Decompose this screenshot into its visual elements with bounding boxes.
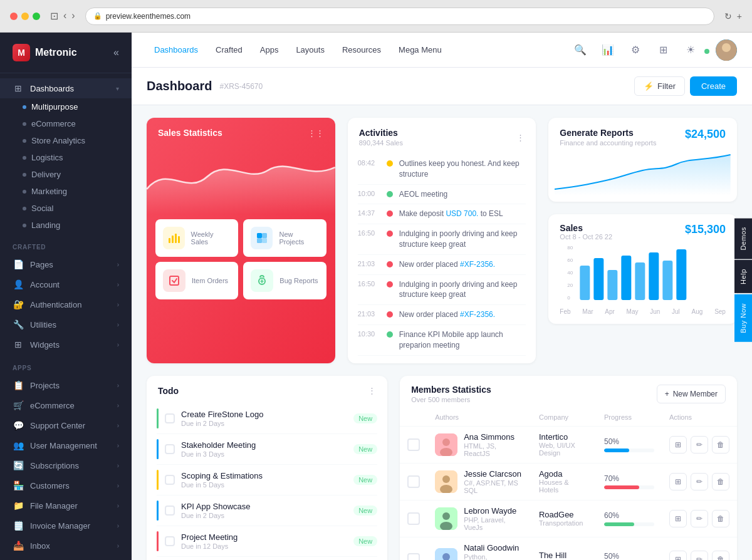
dot-maximize[interactable] bbox=[33, 13, 40, 20]
row-checkbox[interactable] bbox=[407, 438, 420, 451]
sidebar-item-invoice-manager[interactable]: 🗒️ Invoice Manager › bbox=[0, 516, 132, 536]
action-icons: ⊞ ✏ 🗑 bbox=[669, 473, 729, 490]
sidebar-item-dashboards[interactable]: ⊞ Dashboards ▾ bbox=[0, 78, 132, 98]
nav-link-mega-menu[interactable]: Mega Menu bbox=[391, 41, 449, 58]
sidebar-item-file-manager[interactable]: 📁 File Manager › bbox=[0, 495, 132, 516]
address-bar[interactable]: 🔒 preview.keenthemes.com bbox=[85, 8, 714, 25]
activity-time: 16:50 bbox=[358, 279, 380, 288]
sidebar-item-multipurpose[interactable]: Multipurpose bbox=[0, 98, 132, 115]
action-delete[interactable]: 🗑 bbox=[712, 436, 729, 454]
progress-bar-wrap bbox=[604, 485, 654, 489]
sales-card-menu-icon[interactable]: ⋮⋮ bbox=[308, 128, 324, 138]
progress-bar bbox=[604, 522, 634, 526]
todo-checkbox[interactable] bbox=[165, 413, 175, 423]
forward-button[interactable]: › bbox=[71, 10, 75, 22]
sidebar-collapse-button[interactable]: « bbox=[113, 47, 119, 58]
user-avatar[interactable] bbox=[716, 39, 737, 61]
chevron-right-icon: › bbox=[117, 402, 119, 409]
create-button[interactable]: Create bbox=[690, 76, 737, 96]
sidebar-item-ecommerce[interactable]: eCommerce bbox=[0, 115, 132, 132]
sidebar-item-projects[interactable]: 📋 Projects › bbox=[0, 375, 132, 395]
analytics-icon[interactable]: 📊 bbox=[598, 40, 618, 60]
action-view[interactable]: ⊞ bbox=[669, 473, 687, 490]
action-delete[interactable]: 🗑 bbox=[712, 551, 729, 560]
member-avatar bbox=[435, 470, 457, 493]
sidebar-item-apps-ecommerce[interactable]: 🛒 eCommerce › bbox=[0, 395, 132, 415]
browser-nav: ⊡ ‹ › bbox=[50, 10, 75, 22]
tab-switcher-icon[interactable]: ⊡ bbox=[50, 10, 58, 22]
demos-button[interactable]: Demos bbox=[734, 218, 752, 259]
settings-icon[interactable]: ⚙ bbox=[625, 40, 645, 60]
buy-now-button[interactable]: Buy Now bbox=[734, 294, 752, 342]
grid-view-icon[interactable]: ⊞ bbox=[653, 40, 673, 60]
label-may: May bbox=[627, 308, 639, 315]
sidebar-item-social[interactable]: Social bbox=[0, 200, 132, 217]
action-edit[interactable]: ✏ bbox=[691, 436, 708, 454]
activities-menu-icon[interactable]: ⋮ bbox=[516, 133, 525, 142]
dot-minimize[interactable] bbox=[21, 13, 29, 20]
svg-rect-22 bbox=[608, 270, 618, 300]
nav-link-resources[interactable]: Resources bbox=[335, 41, 389, 58]
activities-card: Activities 890,344 Sales ⋮ 08:42 Outline… bbox=[348, 118, 536, 363]
todo-checkbox[interactable] bbox=[165, 444, 175, 454]
pages-icon: 📄 bbox=[13, 259, 24, 269]
refresh-icon[interactable]: ↻ bbox=[724, 11, 732, 21]
action-delete[interactable]: 🗑 bbox=[712, 510, 729, 527]
nav-link-layouts[interactable]: Layouts bbox=[288, 41, 332, 58]
action-delete[interactable]: 🗑 bbox=[712, 473, 729, 490]
label-apr: Apr bbox=[605, 308, 615, 315]
back-button[interactable]: ‹ bbox=[63, 10, 66, 22]
todo-checkbox[interactable] bbox=[165, 506, 175, 516]
sidebar-item-chat[interactable]: 💭 Chat › bbox=[0, 556, 132, 560]
sidebar-item-account[interactable]: 👤 Account › bbox=[0, 274, 132, 294]
sidebar-item-store-analytics[interactable]: Store Analytics bbox=[0, 132, 132, 149]
sidebar-item-subscriptions[interactable]: 🔄 Subscriptions › bbox=[0, 455, 132, 475]
activity-link[interactable]: #XF-2356. bbox=[460, 310, 495, 319]
todo-item: Customers Update Due in 1 week New bbox=[157, 557, 377, 560]
action-edit[interactable]: ✏ bbox=[691, 510, 708, 527]
todo-header: Todo ⋮ bbox=[147, 376, 387, 403]
todo-checkbox[interactable] bbox=[165, 536, 175, 546]
action-view[interactable]: ⊞ bbox=[669, 510, 687, 527]
row-progress-cell: 50% bbox=[597, 426, 662, 463]
action-edit[interactable]: ✏ bbox=[691, 551, 708, 560]
theme-icon[interactable]: ☀ bbox=[681, 40, 701, 60]
sidebar-item-widgets[interactable]: ⊞ Widgets › bbox=[0, 334, 132, 355]
sidebar-item-customers[interactable]: 🏪 Customers › bbox=[0, 475, 132, 495]
action-edit[interactable]: ✏ bbox=[691, 473, 708, 490]
new-tab-icon[interactable]: + bbox=[737, 11, 742, 21]
todo-menu-icon[interactable]: ⋮ bbox=[368, 386, 376, 395]
sidebar-item-marketing[interactable]: Marketing bbox=[0, 183, 132, 200]
nav-link-apps[interactable]: Apps bbox=[253, 41, 286, 58]
sidebar-item-pages[interactable]: 📄 Pages › bbox=[0, 254, 132, 274]
activity-link[interactable]: USD 700. bbox=[446, 209, 478, 218]
action-view[interactable]: ⊞ bbox=[669, 551, 687, 560]
row-checkbox[interactable] bbox=[407, 553, 420, 560]
member-skills: C#, ASP.NET, MS SQL bbox=[464, 479, 524, 494]
new-member-button[interactable]: + New Member bbox=[657, 385, 726, 403]
label-sep: Sep bbox=[714, 308, 726, 315]
sidebar-item-authentication[interactable]: 🔐 Authentication › bbox=[0, 294, 132, 314]
sidebar-item-delivery[interactable]: Delivery bbox=[0, 166, 132, 183]
help-button[interactable]: Help bbox=[734, 261, 752, 294]
nav-link-crafted[interactable]: Crafted bbox=[208, 41, 250, 58]
sidebar-item-inbox[interactable]: 📥 Inbox › bbox=[0, 536, 132, 556]
row-checkbox[interactable] bbox=[407, 512, 420, 525]
nav-link-dashboards[interactable]: Dashboards bbox=[147, 41, 206, 58]
dot-close[interactable] bbox=[10, 13, 18, 20]
sidebar-item-support-center[interactable]: 💬 Support Center › bbox=[0, 415, 132, 435]
bug-reports-icon bbox=[251, 269, 273, 292]
sidebar-item-logistics[interactable]: Logistics bbox=[0, 149, 132, 166]
activity-link[interactable]: #XF-2356. bbox=[460, 260, 495, 269]
progress-bar-wrap bbox=[604, 522, 654, 526]
sidebar-item-utilities[interactable]: 🔧 Utilities › bbox=[0, 314, 132, 334]
row-checkbox[interactable] bbox=[407, 475, 420, 488]
row-actions-cell: ⊞ ✏ 🗑 bbox=[662, 537, 737, 560]
search-button[interactable]: 🔍 bbox=[570, 40, 590, 60]
todo-checkbox[interactable] bbox=[165, 475, 175, 485]
sidebar-item-landing[interactable]: Landing bbox=[0, 217, 132, 234]
svg-text:40: 40 bbox=[568, 270, 573, 276]
filter-button[interactable]: ⚡ Filter bbox=[634, 76, 685, 96]
action-view[interactable]: ⊞ bbox=[669, 436, 687, 454]
sidebar-item-user-management[interactable]: 👥 User Management › bbox=[0, 435, 132, 455]
